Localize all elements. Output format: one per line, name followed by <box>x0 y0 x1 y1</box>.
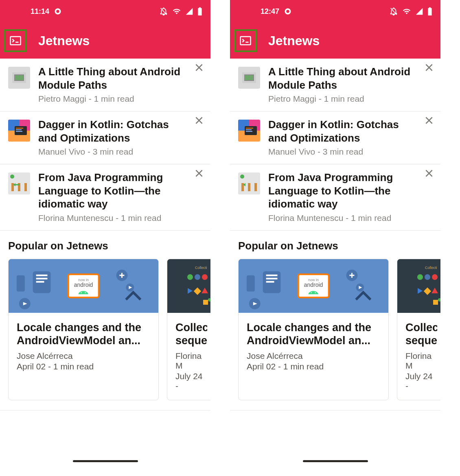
svg-rect-12 <box>16 128 23 129</box>
svg-rect-58 <box>246 131 252 132</box>
card-author: Jose Alcérreca <box>17 351 150 361</box>
close-icon <box>194 115 204 126</box>
popular-card[interactable]: now inandroid Locale changes and the And… <box>238 259 389 401</box>
phone-right: 12:47 Jetnews A Little Thing about Andro… <box>230 0 440 476</box>
close-icon <box>424 115 434 126</box>
card-image: Collecti <box>397 259 440 313</box>
app-bar: Jetnews <box>0 23 210 59</box>
android-logo: now inandroid <box>68 273 100 298</box>
list-item[interactable]: A Little Thing about Android Module Path… <box>0 59 210 111</box>
svg-rect-14 <box>16 131 22 132</box>
popular-card[interactable]: Collecti Collect sequen Florina M July 2… <box>167 259 210 401</box>
card-title: Collect sequen <box>405 321 437 347</box>
shapes-icon: Collecti <box>167 259 210 313</box>
phone-left: 11:14 Jetnews A Little Thing about Andro… <box>0 0 210 476</box>
dismiss-button[interactable] <box>193 167 206 180</box>
post-meta: Manuel Vivo - 3 min read <box>268 147 416 157</box>
svg-rect-56 <box>246 128 253 129</box>
svg-point-33 <box>85 292 86 293</box>
dismiss-button[interactable] <box>423 61 436 74</box>
battery-icon <box>427 7 432 16</box>
svg-rect-19 <box>24 183 27 191</box>
card-title: Locale changes and the AndroidViewModel … <box>247 321 380 347</box>
svg-rect-46 <box>428 8 432 15</box>
post-title: From Java Programming Language to Kotlin… <box>268 171 416 211</box>
app-indicator-icon <box>284 8 291 15</box>
status-bar: 12:47 <box>230 0 440 23</box>
post-thumbnail <box>238 120 260 142</box>
popular-card[interactable]: Collecti Collect sequen Florina M July 2… <box>397 259 440 401</box>
card-author: Jose Alcérreca <box>247 351 380 361</box>
svg-rect-2 <box>198 8 202 15</box>
svg-rect-63 <box>254 183 257 191</box>
card-image: Collecti <box>167 259 210 313</box>
svg-rect-27 <box>36 281 44 282</box>
close-icon <box>194 62 204 73</box>
svg-rect-48 <box>241 37 251 45</box>
wifi-icon <box>402 7 411 15</box>
close-icon <box>424 62 434 73</box>
post-meta: Florina Muntenescu - 1 min read <box>268 213 416 223</box>
svg-point-38 <box>202 274 208 280</box>
list-item[interactable]: A Little Thing about Android Module Path… <box>230 59 440 111</box>
svg-rect-70 <box>266 277 278 279</box>
clock: 12:47 <box>261 7 279 16</box>
close-icon <box>424 168 434 179</box>
svg-rect-17 <box>11 183 14 191</box>
dismiss-button[interactable] <box>423 167 436 180</box>
popular-carousel[interactable]: now inandroid Locale changes and the And… <box>0 259 210 411</box>
close-icon <box>194 168 204 179</box>
svg-point-36 <box>187 274 193 280</box>
svg-point-16 <box>10 175 14 179</box>
popular-carousel[interactable]: now inandroid Locale changes and the And… <box>230 259 440 411</box>
signal-icon <box>185 7 193 15</box>
svg-rect-75 <box>247 275 255 291</box>
svg-point-81 <box>425 274 430 280</box>
nav-indicator <box>73 460 138 462</box>
card-image: now inandroid <box>9 259 158 313</box>
svg-point-82 <box>432 274 438 280</box>
card-date: July 24 - <box>405 371 437 391</box>
post-thumbnail <box>238 67 260 89</box>
svg-rect-11 <box>15 126 27 135</box>
app-title: Jetnews <box>38 33 90 48</box>
dismiss-button[interactable] <box>193 114 206 127</box>
svg-rect-13 <box>16 129 22 130</box>
svg-rect-69 <box>266 274 278 276</box>
shapes-icon: Collecti <box>397 259 440 313</box>
post-title: A Little Thing about Android Module Path… <box>38 65 186 92</box>
list-item[interactable]: Dagger in Kotlin: Gotchas and Optimizati… <box>230 111 440 164</box>
svg-rect-42 <box>203 300 208 305</box>
app-indicator-icon <box>54 8 61 15</box>
card-date: April 02 - 1 min read <box>17 362 150 371</box>
post-list: A Little Thing about Android Module Path… <box>230 59 440 231</box>
card-date: April 02 - 1 min read <box>247 362 380 371</box>
post-meta: Pietro Maggi - 1 min read <box>38 94 186 104</box>
card-image: now inandroid <box>239 259 388 313</box>
terminal-icon <box>239 35 252 47</box>
list-item[interactable]: Dagger in Kotlin: Gotchas and Optimizati… <box>0 111 210 164</box>
terminal-icon <box>9 35 22 47</box>
svg-point-1 <box>56 10 59 13</box>
svg-rect-26 <box>36 277 48 279</box>
svg-rect-25 <box>36 274 48 276</box>
nav-menu-button[interactable] <box>234 29 257 52</box>
dismiss-button[interactable] <box>193 61 206 74</box>
post-meta: Florina Muntenescu - 1 min read <box>38 213 186 223</box>
svg-rect-51 <box>245 75 253 80</box>
popular-card[interactable]: now inandroid Locale changes and the And… <box>8 259 159 401</box>
dismiss-button[interactable] <box>423 114 436 127</box>
clock: 11:14 <box>31 7 49 16</box>
post-meta: Pietro Maggi - 1 min read <box>268 94 416 104</box>
wifi-icon <box>172 7 181 15</box>
post-thumbnail <box>8 172 30 194</box>
list-item[interactable]: From Java Programming Language to Kotlin… <box>230 164 440 231</box>
app-bar: Jetnews <box>230 23 440 59</box>
list-item[interactable]: From Java Programming Language to Kotlin… <box>0 164 210 231</box>
nav-menu-button[interactable] <box>4 29 27 52</box>
svg-rect-31 <box>17 275 25 291</box>
svg-rect-57 <box>246 129 252 130</box>
svg-point-80 <box>417 274 423 280</box>
svg-point-45 <box>286 10 289 13</box>
svg-rect-62 <box>248 183 250 191</box>
